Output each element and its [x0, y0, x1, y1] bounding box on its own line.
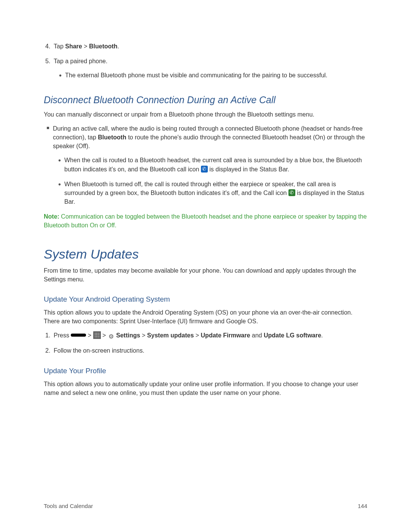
note-paragraph: Note: Communication can be toggled betwe…	[44, 212, 367, 230]
step5-sublist: The external Bluetooth phone must be vis…	[54, 71, 367, 80]
footer-page-number: 144	[358, 503, 367, 509]
step1-gt3: >	[140, 332, 147, 339]
profile-heading: Update Your Profile	[44, 367, 367, 375]
step1-lg: Update LG software	[264, 332, 321, 339]
step4-share: Share	[65, 43, 82, 50]
step5-bullet: The external Bluetooth phone must be vis…	[65, 71, 367, 80]
system-updates-heading: System Updates	[44, 247, 367, 262]
android-step1: Press > > ⚙ Settings > System updates > …	[54, 331, 367, 340]
step1-sys: System updates	[147, 332, 194, 339]
step1-and: and	[250, 332, 264, 339]
bluetooth-call-icon	[201, 166, 208, 173]
android-os-steps: Press > > ⚙ Settings > System updates > …	[44, 331, 367, 355]
disconnect-item: During an active call, where the audio i…	[53, 124, 367, 206]
disconnect-heading: Disconnect Bluetooth Connection During a…	[44, 94, 367, 105]
note-label: Note:	[44, 213, 59, 220]
system-updates-body: From time to time, updates may become av…	[44, 266, 367, 284]
disconnect-bold: Bluetooth	[98, 134, 126, 141]
note-text: Communication can be toggled between the…	[44, 213, 367, 228]
apps-grid-icon	[93, 331, 101, 339]
step1-settings: Settings	[115, 332, 140, 339]
android-os-heading: Update Your Android Operating System	[44, 295, 367, 304]
android-step2: Follow the on-screen instructions.	[54, 346, 367, 355]
disconnect-list: During an active call, where the audio i…	[44, 124, 367, 206]
step4-period: .	[118, 43, 119, 50]
step1-upd: Update Firmware	[201, 332, 250, 339]
step-5: Tap a paired phone. The external Bluetoo…	[54, 57, 367, 80]
step5-text: Tap a paired phone.	[54, 58, 107, 64]
disconnect-sub1: When the call is routed to a Bluetooth h…	[64, 156, 367, 173]
profile-body: This option allows you to automatically …	[44, 380, 367, 397]
step1-press: Press	[54, 332, 71, 339]
step1-gt2: >	[101, 332, 108, 339]
disconnect-sub2: When Bluetooth is turned off, the call i…	[64, 180, 367, 206]
step4-bluetooth: Bluetooth	[89, 43, 118, 50]
footer-left: Tools and Calendar	[44, 503, 93, 509]
step1-period: .	[321, 332, 323, 339]
call-icon	[288, 189, 295, 196]
steps-list: Tap Share > Bluetooth. Tap a paired phon…	[44, 42, 367, 80]
step-4: Tap Share > Bluetooth.	[54, 42, 367, 51]
step4-prefix: Tap	[54, 43, 65, 50]
step1-gt4: >	[194, 332, 201, 339]
gear-icon: ⚙	[108, 333, 115, 340]
home-key-icon	[71, 334, 86, 337]
page-footer: Tools and Calendar 144	[44, 503, 367, 509]
step1-gt1: >	[86, 332, 93, 339]
sub1-post: is displayed in the Status Bar.	[208, 166, 289, 173]
step4-sep: >	[82, 43, 89, 50]
android-os-body: This option allows you to update the And…	[44, 308, 367, 326]
disconnect-sublist: When the call is routed to a Bluetooth h…	[53, 156, 367, 206]
document-page: Tap Share > Bluetooth. Tap a paired phon…	[0, 0, 411, 532]
disconnect-body: You can manually disconnect or unpair fr…	[44, 110, 367, 119]
